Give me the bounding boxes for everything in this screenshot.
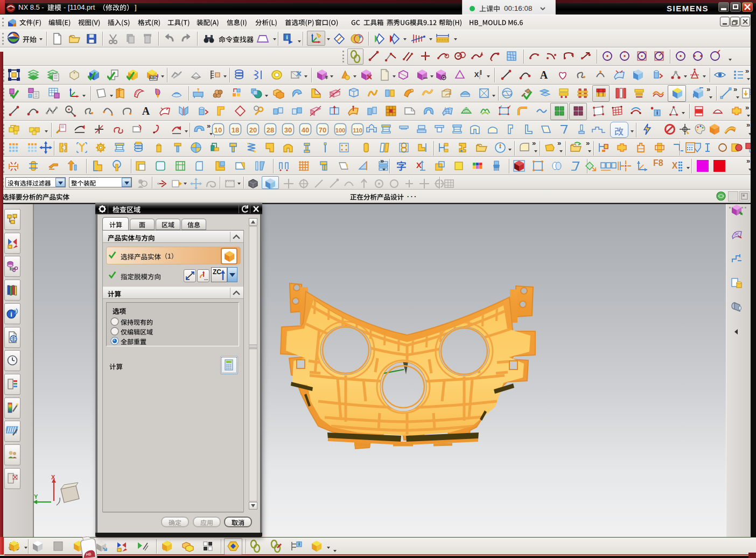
svg-text:110: 110 xyxy=(353,127,362,134)
svg-text:70: 70 xyxy=(319,126,326,134)
svg-text:A: A xyxy=(540,69,548,81)
svg-text:100: 100 xyxy=(335,127,345,134)
svg-text:X: X xyxy=(672,161,678,170)
svg-text:i: i xyxy=(10,310,12,318)
svg-text:i: i xyxy=(286,34,288,40)
svg-text:i: i xyxy=(656,109,658,116)
svg-text:28: 28 xyxy=(267,126,274,134)
svg-text:30: 30 xyxy=(284,126,291,134)
svg-text:20: 20 xyxy=(249,126,257,134)
svg-text:HB: HB xyxy=(86,552,92,556)
svg-text:A: A xyxy=(142,105,150,117)
svg-text:18: 18 xyxy=(232,126,239,134)
svg-text:40: 40 xyxy=(302,126,309,134)
svg-text:10: 10 xyxy=(214,126,222,134)
svg-text:ABC: ABC xyxy=(149,76,157,80)
svg-text:...: ... xyxy=(204,276,208,281)
svg-text:X: X xyxy=(474,71,479,79)
svg-text:Y: Y xyxy=(34,493,38,500)
svg-text:X: X xyxy=(51,474,55,480)
svg-text:i: i xyxy=(298,541,300,547)
svg-text:I: I xyxy=(480,68,482,76)
svg-text:X: X xyxy=(416,161,422,170)
